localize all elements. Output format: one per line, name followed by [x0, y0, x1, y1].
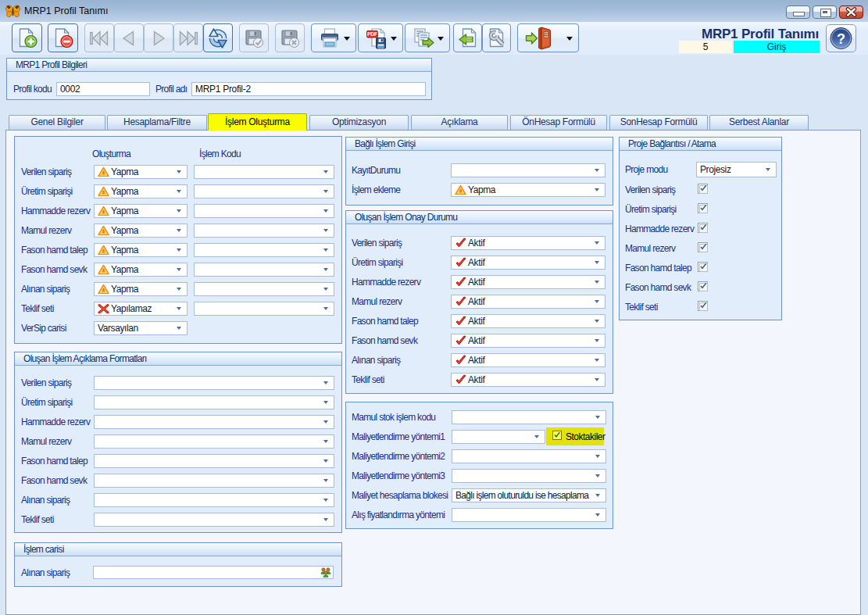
svg-text:?: ? [837, 31, 845, 47]
svg-text:PDF: PDF [367, 31, 378, 37]
